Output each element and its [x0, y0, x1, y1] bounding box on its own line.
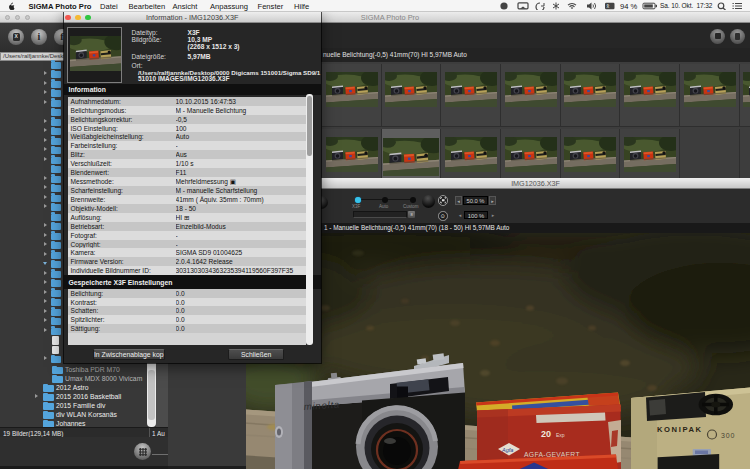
- svg-text:x̂: x̂: [607, 3, 610, 9]
